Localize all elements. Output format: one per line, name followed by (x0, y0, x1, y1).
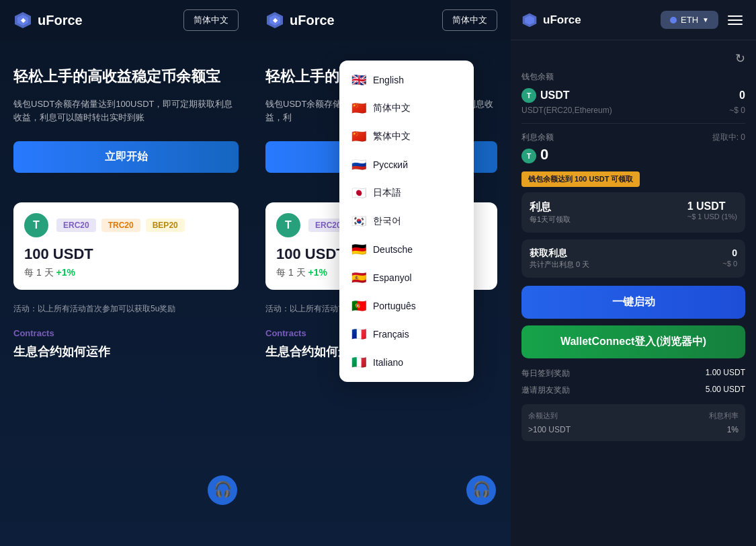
svg-text:◆: ◆ (272, 17, 278, 24)
interest-card-row: 利息 每1天可领取 1 USDT ~$ 1 USD (1%) (530, 200, 737, 225)
lang-italian: Italiano (373, 357, 403, 368)
interest-card-title: 利息 (530, 200, 571, 214)
interest-card-amount: 1 USDT (687, 200, 737, 212)
dropdown-item-spanish[interactable]: 🇪🇸 Espanyol (339, 264, 474, 292)
middle-support-icon: 🎧 (465, 474, 497, 509)
middle-logo: ◆ uForce (265, 11, 335, 30)
table-header-balance: 余额达到 (528, 411, 558, 421)
dropdown-item-french[interactable]: 🇫🇷 Français (339, 320, 474, 348)
interest-label-row: 利息余额 提取中: 0 (521, 132, 745, 143)
rate-table: 余额达到 利息利率 >100 USDT 1% (521, 404, 745, 441)
dropdown-item-korean[interactable]: 🇰🇷 한국어 (339, 207, 474, 235)
svg-text:🎧: 🎧 (214, 480, 233, 498)
dropdown-item-traditional[interactable]: 🇨🇳 繁体中文 (339, 122, 474, 151)
dropdown-item-english[interactable]: 🇬🇧 English (339, 66, 474, 94)
eth-dot (670, 17, 677, 24)
left-contracts: Contracts 生息合约如何运作 (0, 315, 252, 360)
middle-tether-icon: T (276, 213, 300, 237)
table-rate-value: 1% (727, 425, 739, 434)
left-card-rate-label: 每 1 天 (24, 267, 54, 278)
left-hero-title: 轻松上手的高收益稳定币余额宝 (13, 67, 239, 87)
badge-trc20: TRC20 (101, 219, 140, 232)
middle-lang-button[interactable]: 简体中文 (442, 9, 497, 31)
tether-icon: T (24, 213, 48, 237)
reward-row-invite: 邀请朋友奖励 5.00 USDT (521, 382, 745, 399)
wallet-sub-amount: ~$ 0 (729, 106, 745, 115)
refresh-icon[interactable]: ↻ (735, 51, 745, 66)
dropdown-item-german[interactable]: 🇩🇪 Deutsche (339, 235, 474, 264)
lang-portuguese: Português (373, 301, 416, 311)
left-lang-button[interactable]: 简体中文 (183, 9, 239, 31)
flag-french: 🇫🇷 (351, 327, 366, 342)
flag-traditional: 🇨🇳 (351, 129, 366, 144)
left-card-rate-value: +1% (56, 267, 75, 278)
middle-logo-text: uForce (290, 13, 335, 28)
svg-text:🎧: 🎧 (472, 480, 491, 498)
rewards-section: 每日签到奖励 1.00 USDT 邀请朋友奖励 5.00 USDT (521, 365, 745, 399)
flag-korean: 🇰🇷 (351, 214, 366, 229)
ham-line-3 (728, 24, 743, 25)
ham-line-1 (728, 15, 743, 17)
left-start-button[interactable]: 立即开始 (13, 141, 239, 173)
left-panel: ◆ uForce 简体中文 轻松上手的高收益稳定币余额宝 钱包USDT余额存储量… (0, 0, 252, 546)
lang-simplified: 简体中文 (373, 102, 411, 114)
usdt-label: T USDT (521, 88, 570, 103)
interest-card: 利息 每1天可领取 1 USDT ~$ 1 USD (1%) (521, 192, 745, 233)
middle-navbar: ◆ uForce 简体中文 (252, 0, 511, 40)
lang-korean: 한국어 (373, 215, 401, 227)
flag-italian: 🇮🇹 (351, 355, 366, 370)
eth-button[interactable]: ETH ▼ (661, 11, 718, 29)
table-header-rate: 利息利率 (709, 411, 739, 421)
invite-reward-label: 邀请朋友奖励 (521, 385, 570, 396)
daily-reward-value: 1.00 USDT (706, 368, 745, 379)
lang-spanish: Espanyol (373, 272, 412, 283)
daily-reward-label: 每日签到奖励 (521, 368, 570, 379)
left-support-icon: 🎧 (206, 474, 239, 509)
language-dropdown: 🇬🇧 English 🇨🇳 简体中文 🇨🇳 繁体中文 🇷🇺 Русский 🇯🇵… (339, 61, 474, 382)
wallet-section-label: 钱包余额 (521, 71, 745, 83)
lang-french: Français (373, 329, 409, 340)
table-balance-value: >100 USDT (528, 425, 571, 434)
dropdown-item-russian[interactable]: 🇷🇺 Русский (339, 151, 474, 179)
svg-text:◆: ◆ (20, 17, 26, 24)
wallet-sub-label: USDT(ERC20,Ethereum) (521, 106, 612, 115)
left-hero-desc: 钱包USDT余额存储量达到100USDT，即可定期获取利息收益，利息可以随时转出… (13, 98, 239, 126)
dropdown-item-portuguese[interactable]: 🇵🇹 Português (339, 292, 474, 320)
wallet-row: T USDT 0 (521, 88, 745, 103)
dropdown-item-simplified[interactable]: 🇨🇳 简体中文 (339, 94, 474, 122)
flag-spanish: 🇪🇸 (351, 270, 366, 285)
right-logo: uForce (521, 12, 581, 28)
right-content: ↻ 钱包余额 T USDT 0 USDT(ERC20,Ethereum) ~$ … (511, 40, 756, 446)
left-card-amount: 100 USDT (24, 245, 228, 263)
lang-japanese: 日本語 (373, 187, 401, 199)
left-logo: ◆ uForce (13, 11, 83, 30)
right-navbar: uForce ETH ▼ (511, 0, 756, 40)
flag-portuguese: 🇵🇹 (351, 299, 366, 313)
one-click-start-button[interactable]: 一键启动 (521, 286, 745, 319)
usdt-text: USDT (540, 89, 570, 102)
lang-english: English (373, 75, 404, 85)
table-data-row: >100 USDT 1% (528, 425, 739, 434)
middle-panel: ◆ uForce 简体中文 轻松上手的高收 钱包USDT余额存储量达到100US… (252, 0, 511, 546)
earned-card: 获取利息 0 共计产出利息 0 天 ~$ 0 (521, 239, 745, 278)
left-navbar: ◆ uForce 简体中文 (0, 0, 252, 40)
lang-traditional: 繁体中文 (373, 130, 411, 143)
interest-section: 利息余额 提取中: 0 T 0 (521, 132, 745, 166)
earned-sub-row: 共计产出利息 0 天 ~$ 0 (530, 260, 737, 270)
hamburger-button[interactable] (725, 13, 745, 28)
middle-card-rate-label: 每 1 天 (276, 267, 306, 278)
lang-russian: Русский (373, 159, 408, 170)
earned-sub2: ~$ 0 (722, 260, 737, 270)
left-contracts-label: Contracts (13, 328, 239, 338)
left-logo-text: uForce (38, 13, 83, 28)
wallet-connect-button[interactable]: WalletConnect登入(浏览器中) (521, 325, 745, 358)
dropdown-item-italian[interactable]: 🇮🇹 Italiano (339, 348, 474, 377)
interest-card-sub2: ~$ 1 USD (1%) (687, 212, 737, 221)
interest-usdt-icon: T (521, 149, 536, 163)
wallet-sub: USDT(ERC20,Ethereum) ~$ 0 (521, 106, 745, 124)
left-card-badges: T ERC20 TRC20 BEP20 (24, 213, 228, 237)
interest-amount: 0 (540, 146, 548, 163)
dropdown-item-japanese[interactable]: 🇯🇵 日本語 (339, 179, 474, 207)
earned-row: 获取利息 0 (530, 247, 737, 260)
wallet-section: 钱包余额 T USDT 0 USDT(ERC20,Ethereum) ~$ 0 (521, 71, 745, 124)
